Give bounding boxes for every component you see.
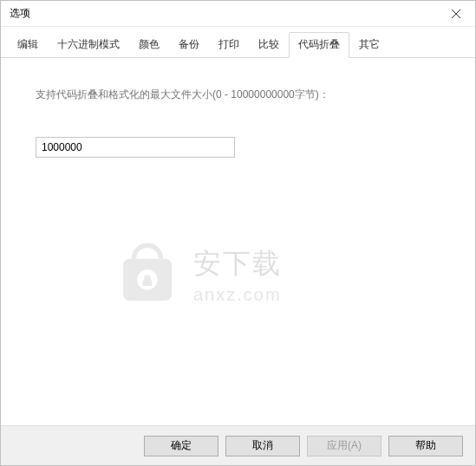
cancel-button[interactable]: 取消	[225, 436, 300, 456]
close-icon	[452, 10, 460, 18]
watermark-text: 安下载 anxz.com	[193, 245, 282, 305]
tab-edit[interactable]: 编辑	[8, 32, 48, 58]
window-title: 选项	[10, 6, 30, 21]
close-button[interactable]	[437, 1, 475, 27]
tab-bar: 编辑 十六进制模式 颜色 备份 打印 比较 代码折叠 其它	[1, 27, 475, 58]
help-button[interactable]: 帮助	[388, 436, 463, 456]
options-dialog: 选项 编辑 十六进制模式 颜色 备份 打印 比较 代码折叠 其它 支持代码折叠和…	[0, 0, 476, 466]
titlebar: 选项	[1, 1, 475, 27]
tab-backup[interactable]: 备份	[169, 32, 209, 58]
button-bar: 确定 取消 应用(A) 帮助	[1, 425, 475, 465]
ok-button[interactable]: 确定	[144, 436, 218, 456]
watermark-line2: anxz.com	[193, 285, 282, 305]
svg-rect-2	[123, 259, 172, 301]
watermark: 安下载 anxz.com	[114, 240, 282, 310]
shopping-bag-icon	[114, 240, 181, 310]
max-file-size-label: 支持代码折叠和格式化的最大文件大小(0 - 10000000000字节)：	[36, 87, 440, 102]
tab-hex-mode[interactable]: 十六进制模式	[48, 32, 129, 58]
tab-color[interactable]: 颜色	[129, 32, 169, 58]
svg-point-3	[137, 269, 157, 289]
watermark-line1: 安下载	[193, 245, 282, 283]
content-area: 支持代码折叠和格式化的最大文件大小(0 - 10000000000字节)： 安下…	[1, 58, 475, 425]
tab-print[interactable]: 打印	[209, 32, 249, 58]
tab-other[interactable]: 其它	[349, 32, 389, 58]
tab-compare[interactable]: 比较	[249, 32, 289, 58]
tab-code-folding[interactable]: 代码折叠	[289, 32, 349, 58]
max-file-size-input[interactable]	[36, 137, 235, 158]
apply-button[interactable]: 应用(A)	[307, 436, 381, 456]
